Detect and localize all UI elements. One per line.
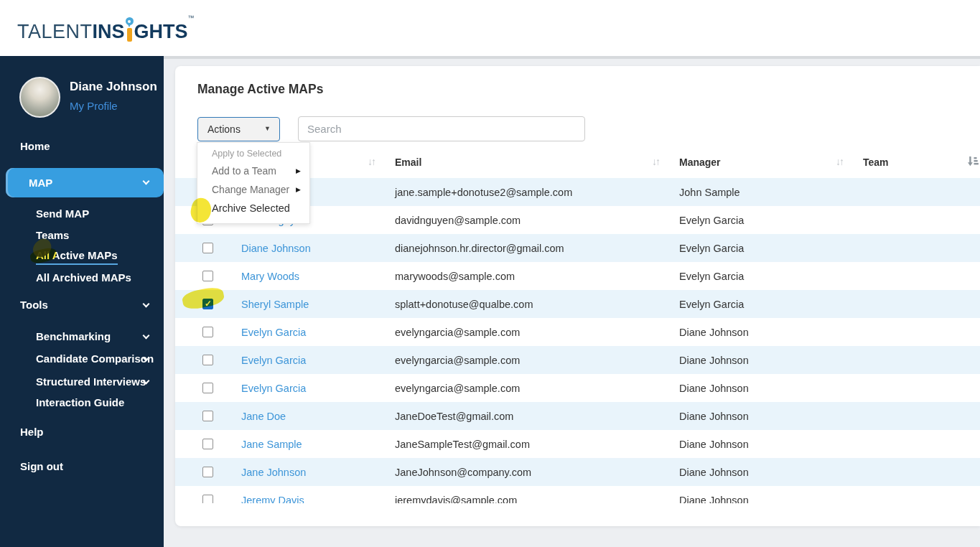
table-row: Evelyn Garcia evelyngarcia@sample.com Di… [175, 346, 980, 374]
row-checkbox[interactable] [202, 439, 213, 449]
name-link[interactable]: Jane Doe [241, 402, 286, 430]
name-link[interactable]: Evelyn Garcia [241, 318, 306, 346]
row-checkbox[interactable] [202, 355, 213, 365]
sidebar-item-all-active-maps[interactable]: All Active MAPs [36, 249, 118, 265]
row-checkbox[interactable] [202, 383, 213, 393]
table-body: jane.sample+donotuse2@sample.com John Sa… [175, 178, 980, 503]
email-cell: marywoods@sample.com [395, 262, 515, 290]
sidebar-item-help[interactable]: Help [20, 426, 44, 438]
sidebar-item-send-map[interactable]: Send MAP [36, 207, 89, 220]
email-cell: dianejohnson.hr.director@gmail.com [395, 234, 564, 262]
table-row: Evelyn Garcia evelyngarcia@sample.com Di… [175, 318, 980, 346]
manager-cell: Evelyn Garcia [679, 290, 744, 318]
email-cell: JaneSampleTest@gmail.com [395, 430, 530, 458]
chevron-down-icon [143, 332, 150, 340]
name-link[interactable]: Jane Sample [241, 430, 302, 458]
email-cell: JaneDoeTest@gmail.com [395, 402, 513, 430]
email-cell: splatt+donotuse@qualbe.com [395, 290, 533, 318]
manager-cell: Diane Johnson [679, 318, 749, 346]
row-checkbox[interactable] [202, 243, 213, 253]
table-row: Jeremy Davis jeremydavis@sample.com Dian… [175, 486, 980, 503]
name-link[interactable]: Sheryl Sample [241, 290, 309, 318]
row-checkbox[interactable] [202, 411, 213, 421]
table-row: Evelyn Garcia evelyngarcia@sample.com Di… [175, 374, 980, 402]
manager-cell: Diane Johnson [679, 402, 749, 430]
email-cell: JaneJohnson@company.com [395, 458, 531, 486]
table-row: Jane Doe JaneDoeTest@gmail.com Diane Joh… [175, 402, 980, 430]
sidebar-item-interaction-guide[interactable]: Interaction Guide [36, 396, 124, 408]
content-card: Manage Active MAPs Actions ▼ ↓↑ Email ↓↑… [175, 66, 980, 526]
name-link[interactable]: Evelyn Garcia [241, 374, 306, 402]
actions-dropdown-menu: Apply to Selected Add to a Team▶ Change … [197, 142, 310, 224]
manager-cell: Diane Johnson [679, 458, 749, 486]
name-link[interactable]: Jane Johnson [241, 458, 306, 486]
logo-text-ghts: GHTS [134, 22, 188, 45]
sidebar-item-sign-out[interactable]: Sign out [20, 460, 63, 472]
sidebar-item-all-archived-maps[interactable]: All Archived MAPs [36, 271, 131, 284]
manager-cell: Evelyn Garcia [679, 234, 744, 262]
name-link[interactable]: Jeremy Davis [241, 486, 304, 503]
menu-item-add-to-a-team[interactable]: Add to a Team▶ [197, 162, 309, 180]
logo-location-pin-icon [126, 17, 134, 42]
actions-dropdown-button[interactable]: Actions ▼ [197, 117, 280, 141]
column-header-team[interactable]: Team [863, 156, 889, 168]
actions-button-label: Actions [207, 123, 241, 135]
table-row: Diane Johnson dianejohnson.hr.director@g… [175, 234, 980, 262]
sort-amount-icon[interactable] [967, 156, 979, 170]
table-row: Jane Johnson JaneJohnson@company.com Dia… [175, 458, 980, 486]
trademark-symbol: ™ [188, 14, 195, 22]
my-profile-link[interactable]: My Profile [70, 100, 118, 112]
name-link[interactable]: Mary Woods [241, 262, 299, 290]
column-header-manager[interactable]: Manager [679, 156, 721, 168]
sidebar-nav: Diane Johnson My Profile Home MAP Send M… [0, 56, 164, 547]
email-cell: davidnguyen@sample.com [395, 206, 521, 234]
manager-cell: Diane Johnson [679, 486, 749, 503]
chevron-down-icon [143, 301, 150, 308]
manager-cell: Evelyn Garcia [679, 262, 744, 290]
email-cell: jane.sample+donotuse2@sample.com [395, 178, 572, 206]
caret-down-icon: ▼ [264, 125, 271, 132]
manager-cell: Diane Johnson [679, 430, 749, 458]
menu-item-apply-to-selected: Apply to Selected [197, 146, 309, 162]
manager-cell: Diane Johnson [679, 374, 749, 402]
sidebar-item-teams[interactable]: Teams [36, 229, 69, 241]
name-link[interactable]: Diane Johnson [241, 234, 311, 262]
menu-item-change-manager[interactable]: Change Manager▶ [197, 180, 309, 199]
manager-cell: John Sample [679, 178, 740, 206]
table-row: Jane Sample JaneSampleTest@gmail.com Dia… [175, 430, 980, 458]
row-checkbox[interactable] [202, 271, 213, 281]
name-link[interactable]: Evelyn Garcia [241, 346, 306, 374]
sidebar-item-tools[interactable]: Tools [20, 299, 48, 311]
row-checkbox[interactable] [202, 467, 213, 477]
talentinsights-logo: TALENTINSGHTS™ [17, 11, 195, 45]
sort-icon[interactable]: ↓↑ [652, 156, 659, 167]
sidebar-item-home[interactable]: Home [20, 140, 50, 152]
top-header: TALENTINSGHTS™ [0, 0, 980, 56]
email-cell: evelyngarcia@sample.com [395, 346, 520, 374]
logo-text-talent: TALENT [17, 22, 93, 45]
row-checkbox[interactable] [202, 495, 213, 503]
profile-name: Diane Johnson [70, 80, 157, 94]
sidebar-item-benchmarking[interactable]: Benchmarking [36, 330, 111, 342]
menu-item-archive-selected[interactable]: Archive Selected [197, 199, 309, 218]
sort-icon[interactable]: ↓↑ [836, 156, 843, 167]
sidebar-item-structured-interviews[interactable]: Structured Interviews [36, 375, 146, 388]
email-cell: evelyngarcia@sample.com [395, 318, 520, 346]
logo-text-ins: INS [93, 22, 125, 45]
sort-icon[interactable]: ↓↑ [368, 156, 375, 167]
chevron-down-icon [143, 178, 150, 185]
table-row: Mary Woods marywoods@sample.com Evelyn G… [175, 262, 980, 290]
search-input[interactable] [298, 116, 585, 141]
row-checkbox[interactable] [202, 327, 213, 337]
sidebar-item-map[interactable]: MAP [6, 168, 164, 197]
email-cell: jeremydavis@sample.com [395, 486, 517, 503]
row-checkbox-checked[interactable] [202, 299, 213, 309]
submenu-arrow-icon: ▶ [296, 180, 301, 199]
manager-cell: Diane Johnson [679, 346, 749, 374]
manager-cell: Evelyn Garcia [679, 206, 744, 234]
sidebar-item-candidate-comparison[interactable]: Candidate Comparison [36, 352, 154, 365]
column-header-email[interactable]: Email [395, 156, 421, 168]
email-cell: evelyngarcia@sample.com [395, 374, 520, 402]
table-row: Sheryl Sample splatt+donotuse@qualbe.com… [175, 290, 980, 318]
avatar [19, 77, 60, 118]
